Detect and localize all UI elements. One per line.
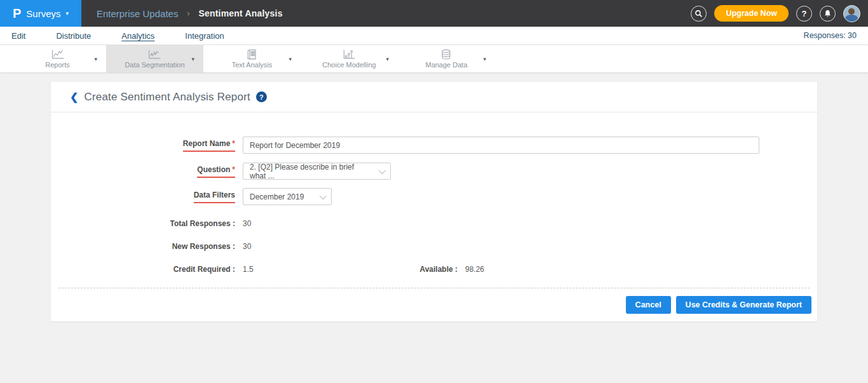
caret-down-icon: ▾ bbox=[483, 56, 486, 62]
required-asterisk: * bbox=[232, 165, 235, 174]
search-button[interactable] bbox=[691, 6, 707, 22]
report-form: Report Name* Question* 2. [Q2] Please de… bbox=[51, 112, 817, 274]
caret-down-icon: ▾ bbox=[386, 56, 389, 62]
product-switcher[interactable]: P Surveys ▾ bbox=[0, 0, 81, 27]
card-title-row: ❮ Create Sentiment Analysis Report ? bbox=[51, 82, 817, 112]
total-responses-label: Total Responses : bbox=[51, 219, 235, 228]
questionpro-logo-icon: P bbox=[13, 6, 21, 21]
credit-required-value: 1.5 bbox=[243, 265, 254, 274]
toolbar-item-label: Data Segmentation bbox=[125, 61, 184, 69]
user-avatar[interactable] bbox=[843, 5, 860, 22]
notifications-button[interactable] bbox=[820, 6, 836, 22]
nav-item-distribute[interactable]: Distribute bbox=[56, 30, 91, 42]
toolbar-item-manage-data[interactable]: Manage Data ▾ bbox=[398, 45, 495, 72]
question-label: Question* bbox=[197, 165, 235, 178]
question-mark-icon: ? bbox=[802, 9, 807, 18]
toolbar-item-label: Manage Data bbox=[425, 61, 467, 69]
question-select-value: 2. [Q2] Please describe in brief what ..… bbox=[250, 163, 370, 180]
question-mark-icon: ? bbox=[259, 93, 264, 101]
credit-required-label: Credit Required : bbox=[51, 265, 235, 274]
document-grid-icon bbox=[245, 49, 259, 60]
caret-down-icon: ▾ bbox=[94, 56, 97, 62]
database-icon bbox=[439, 49, 453, 60]
question-select[interactable]: 2. [Q2] Please describe in brief what ..… bbox=[243, 163, 391, 180]
new-responses-label: New Responses : bbox=[51, 242, 235, 251]
toolbar-item-label: Text Analysis bbox=[232, 61, 273, 69]
title-help-button[interactable]: ? bbox=[256, 91, 267, 102]
caret-down-icon: ▾ bbox=[191, 56, 194, 62]
data-filters-row: Data Filters December 2019 bbox=[51, 188, 817, 205]
report-name-input[interactable] bbox=[243, 137, 759, 154]
search-icon bbox=[695, 10, 703, 18]
required-asterisk: * bbox=[232, 139, 235, 148]
toolbar-item-text-analysis[interactable]: Text Analysis ▾ bbox=[203, 45, 301, 72]
survey-nav: Edit Distribute Analytics Integration Re… bbox=[0, 27, 868, 45]
available-label: Available : bbox=[407, 265, 458, 274]
report-name-row: Report Name* bbox=[51, 137, 817, 154]
help-button[interactable]: ? bbox=[796, 6, 812, 22]
chevron-down-icon bbox=[379, 166, 386, 173]
nav-item-analytics[interactable]: Analytics bbox=[121, 30, 154, 42]
caret-down-icon: ▾ bbox=[288, 56, 292, 62]
bell-icon bbox=[824, 10, 832, 18]
dot-chart-icon bbox=[342, 49, 356, 60]
card-footer: Cancel Use Credits & Generate Report bbox=[51, 288, 817, 321]
available-credits: Available : 98.26 bbox=[407, 265, 484, 274]
report-name-label: Report Name* bbox=[183, 139, 235, 152]
upgrade-now-button[interactable]: Upgrade Now bbox=[714, 5, 789, 22]
toolbar-item-label: Choice Modelling bbox=[322, 61, 376, 69]
data-filters-select[interactable]: December 2019 bbox=[243, 188, 332, 205]
analytics-toolbar: Reports ▾ Data Segmentation ▾ Text Analy… bbox=[0, 45, 868, 72]
nav-item-integration[interactable]: Integration bbox=[185, 30, 224, 42]
toolbar-item-reports[interactable]: Reports ▾ bbox=[9, 45, 106, 72]
credit-required-row: Credit Required : 1.5 Available : 98.26 bbox=[51, 265, 817, 274]
data-filters-label: Data Filters bbox=[194, 191, 235, 203]
page-title: Create Sentiment Analysis Report bbox=[84, 91, 250, 104]
cancel-button[interactable]: Cancel bbox=[626, 296, 671, 314]
toolbar-item-data-segmentation[interactable]: Data Segmentation ▾ bbox=[106, 45, 203, 72]
product-name: Surveys bbox=[26, 8, 60, 19]
question-row: Question* 2. [Q2] Please describe in bri… bbox=[51, 163, 817, 180]
generate-report-button[interactable]: Use Credits & Generate Report bbox=[676, 296, 811, 314]
scatter-chart-icon bbox=[147, 49, 161, 60]
available-value: 98.26 bbox=[465, 265, 484, 274]
chevron-down-icon bbox=[320, 192, 327, 199]
breadcrumb-current: Sentiment Analysis bbox=[198, 8, 282, 18]
breadcrumb-parent[interactable]: Enterprise Updates bbox=[97, 8, 178, 19]
header-actions: Upgrade Now ? bbox=[691, 5, 868, 22]
nav-item-edit[interactable]: Edit bbox=[11, 30, 25, 42]
new-responses-row: New Responses : 30 bbox=[51, 242, 817, 251]
toolbar-item-choice-modelling[interactable]: Choice Modelling ▾ bbox=[301, 45, 398, 72]
caret-down-icon: ▾ bbox=[66, 10, 69, 17]
total-responses-row: Total Responses : 30 bbox=[51, 219, 817, 228]
toolbar-item-label: Reports bbox=[45, 61, 70, 69]
back-button[interactable]: ❮ bbox=[70, 91, 78, 103]
top-header: P Surveys ▾ Enterprise Updates › Sentime… bbox=[0, 0, 868, 27]
total-responses-value: 30 bbox=[243, 219, 251, 228]
data-filters-select-value: December 2019 bbox=[250, 192, 304, 201]
create-report-card: ❮ Create Sentiment Analysis Report ? Rep… bbox=[51, 82, 817, 321]
breadcrumb: Enterprise Updates › Sentiment Analysis bbox=[97, 8, 283, 19]
new-responses-value: 30 bbox=[243, 242, 251, 251]
line-chart-icon bbox=[51, 49, 65, 60]
responses-count: Responses: 30 bbox=[804, 31, 857, 40]
breadcrumb-separator-icon: › bbox=[187, 9, 189, 18]
